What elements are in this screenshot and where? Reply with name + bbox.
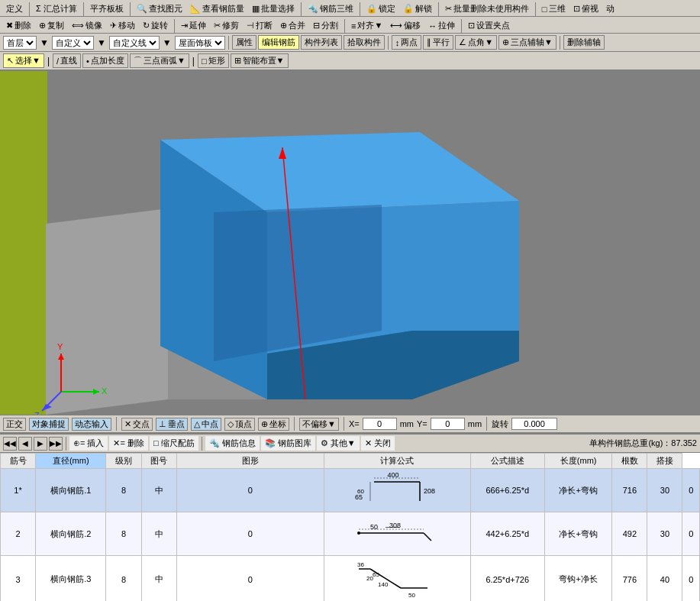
btn-rect[interactable]: □ 矩形 [198, 53, 229, 68]
nav-first[interactable]: ◀◀ [3, 437, 17, 451]
table-row[interactable]: 3 横向钢筋.3 8 中 0 36 65 140 50 20 [1, 556, 700, 602]
cell-name: 横向钢筋.3 [36, 556, 106, 602]
toolbar-split[interactable]: ⊟ 分割 [310, 18, 341, 33]
sep-status1 [116, 417, 117, 431]
sep-rebar1 [66, 437, 66, 451]
toolbar-mirror[interactable]: ⟺ 镜像 [69, 18, 105, 33]
x-input[interactable] [363, 418, 397, 430]
svg-line-30 [424, 533, 431, 541]
btn-point-length[interactable]: • 点加长度 [82, 53, 128, 68]
toolbar-define[interactable]: 定义 [3, 2, 26, 16]
toolbar-rotate[interactable]: ↻ 旋转 [140, 18, 171, 33]
svg-text:20: 20 [366, 575, 373, 582]
sep2 [83, 2, 84, 16]
rotate-input[interactable] [511, 418, 557, 430]
sep4 [301, 2, 302, 16]
cell-id: 3 [1, 556, 36, 602]
toolbar-trim[interactable]: ✂ 修剪 [211, 18, 242, 33]
btn-other[interactable]: ⚙ 其他▼ [317, 436, 360, 451]
svg-text:36: 36 [357, 561, 364, 568]
sep-status2 [294, 417, 295, 431]
cell-length: 776 [612, 556, 647, 602]
sep8 [174, 19, 175, 33]
toolbar-move[interactable]: ✈ 移动 [107, 18, 138, 33]
col-count: 根数 [612, 454, 647, 469]
col-shape-num: 图号 [141, 454, 176, 469]
status-perpendicular[interactable]: ⊥ 垂点 [156, 418, 188, 431]
toolbar-break[interactable]: ⊣ 打断 [244, 18, 276, 33]
toolbar-align[interactable]: ≡ 对齐▼ [348, 18, 385, 33]
btn-arc[interactable]: ⌒ 三点画弧▼ [130, 53, 189, 68]
toolbar-extend[interactable]: ⇥ 延伸 [178, 18, 209, 33]
btn-three-point-axis[interactable]: ⊕ 三点辅轴▼ [498, 35, 556, 50]
status-ortho[interactable]: 正交 [3, 418, 26, 431]
toolbar-delete-unused[interactable]: ✂ 批量删除未使用构件 [442, 2, 532, 16]
btn-rebar-info[interactable]: 🔩 钢筋信息 [205, 436, 260, 451]
btn-two-points[interactable]: ↕ 两点 [392, 35, 422, 50]
cell-lap: 0 [682, 512, 700, 556]
btn-point-angle[interactable]: ∠ 点角▼ [455, 35, 497, 50]
svg-rect-1 [0, 71, 47, 415]
toolbar-row-2: ✖ 删除 ⊕ 复制 ⟺ 镜像 ✈ 移动 ↻ 旋转 ⇥ 延伸 ✂ 修剪 ⊣ 打断 … [0, 17, 700, 34]
btn-rebar-library[interactable]: 📚 钢筋图库 [261, 436, 315, 451]
sep1 [29, 2, 30, 16]
status-coords[interactable]: ⊕ 坐标 [258, 418, 289, 431]
btn-properties[interactable]: 属性 [232, 35, 256, 50]
toolbar-offset[interactable]: ⟷ 偏移 [387, 18, 424, 33]
status-midpoint[interactable]: △ 中点 [191, 418, 221, 431]
btn-line[interactable]: / 直线 [53, 53, 81, 68]
y-input[interactable] [431, 418, 465, 430]
btn-parallel[interactable]: ∥ 平行 [423, 35, 453, 50]
toolbar-dynamic[interactable]: 动 [603, 2, 618, 16]
type-select[interactable]: 自定义 [52, 36, 94, 50]
status-vertex[interactable]: ◇ 顶点 [224, 418, 255, 431]
toolbar-stretch[interactable]: ↔ 拉伸 [425, 18, 458, 33]
nav-prev[interactable]: ◀ [18, 437, 32, 451]
cell-lap: 0 [682, 556, 700, 602]
toolbar-copy[interactable]: ⊕ 复制 [36, 18, 67, 33]
line-select[interactable]: 自定义线 [109, 36, 160, 50]
svg-text:308: 308 [389, 522, 401, 529]
status-dynamic-input[interactable]: 动态输入 [72, 418, 111, 431]
nav-next[interactable]: ▶ [34, 437, 47, 451]
btn-select[interactable]: ↖ 选择▼ [3, 53, 44, 68]
cell-lap: 0 [682, 469, 700, 512]
toolbar-batch-select[interactable]: ▦ 批量选择 [249, 2, 298, 16]
btn-pick-component[interactable]: 拾取构件 [344, 35, 385, 50]
btn-insert-rebar[interactable]: ⊕= 插入 [69, 436, 108, 451]
cell-grade: 中 [141, 556, 176, 602]
btn-component-list[interactable]: 构件列表 [301, 35, 342, 50]
btn-delete-axis[interactable]: 删除辅轴 [563, 35, 605, 50]
table-row[interactable]: 1* 横向钢筋.1 8 中 0 400 208 65 [1, 469, 700, 512]
toolbar-find[interactable]: 🔍 查找图元 [134, 2, 185, 16]
shape-svg-1: 400 208 65 60 [351, 470, 443, 509]
toolbar-delete[interactable]: ✖ 删除 [3, 18, 34, 33]
surface-select[interactable]: 屋面饰板 [175, 36, 225, 50]
toolbar-align-plate[interactable]: 平齐板板 [87, 2, 127, 16]
toolbar-merge[interactable]: ⊕ 合并 [277, 18, 308, 33]
svg-text:400: 400 [388, 471, 399, 479]
status-snap[interactable]: 对象捕捉 [29, 418, 69, 431]
toolbar-3d-rebar[interactable]: 🔩 钢筋三维 [305, 2, 356, 16]
btn-edit-rebar[interactable]: 编辑钢筋 [258, 35, 299, 50]
status-intersection[interactable]: ✕ 交点 [121, 418, 153, 431]
nav-last[interactable]: ▶▶ [49, 437, 63, 451]
status-no-offset[interactable]: 不偏移▼ [299, 418, 339, 431]
toolbar-lock[interactable]: 🔒 锁定 [363, 2, 398, 16]
col-diameter: 直径(mm) [36, 454, 106, 469]
cell-grade: 中 [141, 512, 176, 556]
viewport-3d[interactable]: X Y Z [0, 71, 700, 415]
toolbar-grip[interactable]: ⊡ 设置夹点 [465, 18, 513, 33]
toolbar-calc[interactable]: Σ 汇总计算 [33, 2, 80, 16]
table-row[interactable]: 2 横向钢筋.2 8 中 0 50 —— 308 [1, 512, 700, 556]
btn-scale-rebar[interactable]: □ 缩尺配筋 [150, 436, 198, 451]
toolbar-top-view[interactable]: ⊡ 俯视 [570, 2, 602, 16]
toolbar-unlock[interactable]: 🔓 解锁 [400, 2, 435, 16]
btn-delete-rebar[interactable]: ✕= 删除 [109, 436, 147, 451]
btn-close[interactable]: ✕ 关闭 [361, 436, 395, 451]
y-label: Y= [417, 419, 427, 428]
toolbar-3d[interactable]: □ 三维 [539, 2, 569, 16]
toolbar-rebar-qty[interactable]: 📐 查看钢筋量 [187, 2, 247, 16]
btn-smart-layout[interactable]: ⊞ 智能布置▼ [231, 53, 289, 68]
layer-select[interactable]: 首层 [3, 36, 37, 50]
